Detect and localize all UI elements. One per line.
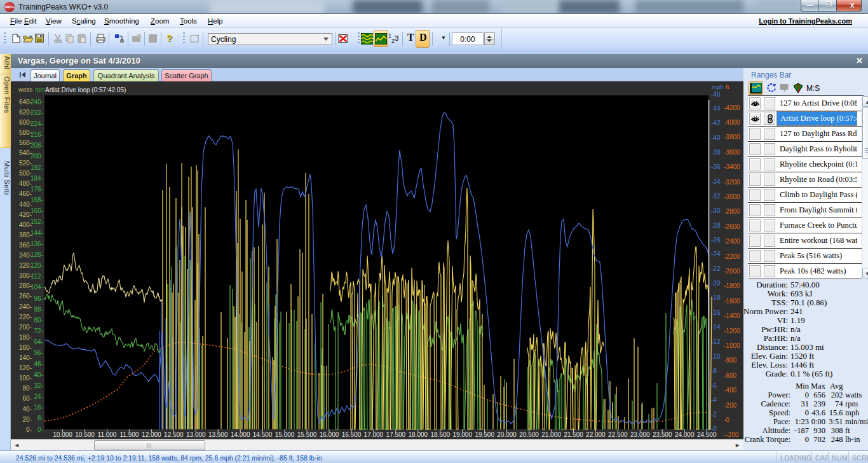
svg-text:13.000: 13.000	[186, 431, 206, 438]
svg-text:24-: 24-	[34, 393, 43, 400]
svg-text:-2200: -2200	[724, 253, 740, 260]
svg-text:640-: 640-	[19, 99, 32, 106]
svg-text:232-: 232-	[31, 109, 43, 116]
svg-text:17.500: 17.500	[386, 431, 406, 438]
svg-text:48-: 48-	[34, 361, 43, 368]
svg-text:-1400: -1400	[724, 312, 740, 319]
svg-text:160-: 160-	[31, 207, 43, 214]
svg-text:-20: -20	[711, 280, 721, 287]
svg-text:224-: 224-	[31, 120, 43, 127]
svg-text:340-: 340-	[19, 252, 32, 259]
svg-text:440-: 440-	[19, 201, 32, 208]
svg-text:480-: 480-	[19, 180, 32, 187]
svg-text:12.500: 12.500	[164, 431, 184, 438]
svg-text:80-: 80-	[34, 317, 43, 324]
svg-text:100-: 100-	[19, 375, 32, 382]
svg-text:-800: -800	[724, 357, 736, 364]
svg-text:16.500: 16.500	[342, 431, 362, 438]
svg-text:-12: -12	[711, 338, 721, 345]
svg-text:20.500: 20.500	[519, 431, 539, 438]
svg-text:-2600: -2600	[724, 223, 740, 230]
svg-text:460-: 460-	[19, 190, 32, 197]
svg-text:260-: 260-	[19, 293, 32, 300]
svg-text:16.000: 16.000	[320, 431, 339, 438]
svg-text:8-: 8-	[37, 415, 43, 422]
svg-text:240-: 240-	[31, 99, 43, 106]
svg-text:168-: 168-	[31, 197, 43, 204]
svg-text:128-: 128-	[31, 251, 43, 258]
svg-text:20.000: 20.000	[497, 431, 517, 438]
svg-text:380-: 380-	[19, 232, 32, 238]
svg-text:-3600: -3600	[724, 149, 740, 156]
svg-text:-2400: -2400	[724, 238, 740, 245]
svg-text:21.500: 21.500	[564, 431, 583, 438]
svg-text:-3400: -3400	[724, 163, 740, 170]
svg-text:17.000: 17.000	[364, 431, 384, 438]
svg-text:220-: 220-	[19, 314, 32, 321]
svg-text:-38: -38	[711, 149, 721, 156]
svg-text:64-: 64-	[34, 338, 43, 345]
svg-text:-0: -0	[724, 417, 729, 424]
svg-text:280-: 280-	[19, 282, 32, 289]
svg-text:-24: -24	[711, 251, 721, 258]
svg-text:0-: 0-	[26, 426, 32, 433]
svg-text:600-: 600-	[19, 119, 32, 126]
svg-text:16-: 16-	[34, 404, 43, 411]
svg-text:320-: 320-	[19, 262, 32, 269]
svg-text:-40: -40	[711, 134, 721, 141]
svg-text:216-: 216-	[31, 131, 43, 138]
svg-text:Artist Drive loop (0:57:42.05): Artist Drive loop (0:57:42.05)	[45, 86, 126, 93]
svg-text:88-: 88-	[34, 306, 43, 313]
svg-text:120-: 120-	[31, 262, 43, 269]
svg-text:-6: -6	[711, 382, 717, 389]
svg-text:-46: -46	[711, 91, 721, 98]
svg-text:14.500: 14.500	[253, 431, 273, 438]
svg-text:144-: 144-	[31, 230, 43, 237]
svg-text:60-: 60-	[23, 395, 32, 402]
svg-text:200-: 200-	[31, 153, 43, 160]
svg-text:10.500: 10.500	[75, 431, 95, 438]
svg-text:23.500: 23.500	[653, 431, 672, 438]
svg-text:200-: 200-	[19, 324, 32, 331]
svg-text:72-: 72-	[34, 328, 43, 335]
svg-text:12.000: 12.000	[142, 431, 161, 438]
svg-text:22.000: 22.000	[586, 431, 606, 438]
svg-text:18.500: 18.500	[431, 431, 451, 438]
svg-text:120-: 120-	[19, 364, 32, 371]
svg-text:-32: -32	[711, 193, 721, 200]
svg-text:184-: 184-	[31, 175, 43, 182]
svg-text:80-: 80-	[23, 385, 32, 392]
svg-text:10.000: 10.000	[53, 431, 72, 438]
svg-text:-3000: -3000	[724, 193, 740, 200]
svg-text:-26: -26	[711, 237, 721, 244]
svg-text:-3200: -3200	[724, 179, 740, 186]
svg-text:-22: -22	[711, 265, 721, 272]
svg-text:-44: -44	[711, 105, 721, 112]
svg-text:40-: 40-	[34, 371, 43, 378]
svg-text:-2: -2	[711, 411, 717, 418]
svg-text:-30: -30	[711, 207, 721, 214]
svg-text:-600: -600	[724, 372, 736, 379]
svg-text:ft: ft	[726, 83, 729, 90]
svg-text:19.000: 19.000	[452, 431, 472, 438]
svg-text:136-: 136-	[31, 240, 43, 247]
svg-text:watts: watts	[18, 86, 32, 93]
svg-text:560-: 560-	[19, 139, 32, 146]
svg-text:-14: -14	[711, 324, 721, 331]
svg-text:420-: 420-	[19, 211, 32, 218]
svg-text:40-: 40-	[23, 406, 32, 413]
svg-text:mph: mph	[712, 83, 723, 90]
svg-text:24.500: 24.500	[697, 431, 717, 438]
svg-text:176-: 176-	[31, 186, 43, 193]
svg-text:-16: -16	[711, 309, 721, 316]
svg-text:-8: -8	[711, 368, 717, 375]
svg-text:14.000: 14.000	[231, 431, 250, 438]
svg-text:-2800: -2800	[724, 208, 740, 215]
svg-text:-400: -400	[724, 387, 736, 394]
svg-text:20-: 20-	[23, 416, 32, 423]
svg-text:-4200: -4200	[724, 104, 740, 111]
svg-text:300-: 300-	[19, 272, 32, 279]
svg-text:-2000: -2000	[724, 268, 740, 275]
svg-text:11.500: 11.500	[119, 431, 139, 438]
svg-text:152-: 152-	[31, 218, 43, 225]
